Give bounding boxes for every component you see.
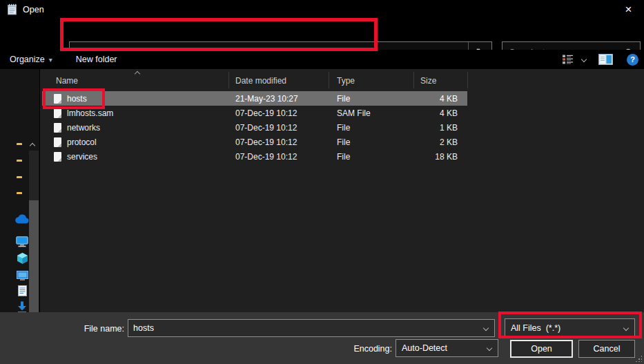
column-header-name[interactable]: Name xyxy=(56,76,78,86)
3d-objects-icon[interactable] xyxy=(17,253,28,264)
navigation-pane: ♪ xyxy=(0,69,39,312)
onedrive-icon[interactable] xyxy=(14,214,29,224)
organize-button[interactable]: Organize ▾ xyxy=(10,55,52,64)
column-divider[interactable] xyxy=(228,72,229,88)
column-headers: Name Date modified Type Size xyxy=(40,69,644,91)
file-row-services[interactable]: services 07-Dec-19 10:12 File 18 KB xyxy=(42,149,467,164)
view-mode-icon[interactable] xyxy=(563,55,574,64)
encoding-dropdown[interactable]: Auto-Detect xyxy=(396,339,498,357)
encoding-chevron-icon xyxy=(487,345,492,351)
desktop-icon[interactable] xyxy=(17,271,28,280)
file-type-chevron-icon xyxy=(623,325,629,330)
downloads-icon[interactable] xyxy=(17,301,27,313)
file-name-combobox xyxy=(128,319,495,337)
file-icon xyxy=(54,137,61,147)
command-toolbar: Organize ▾ New folder xyxy=(0,50,644,69)
notepad-icon xyxy=(7,3,17,15)
close-icon[interactable]: × xyxy=(613,0,644,19)
title-bar: Open × xyxy=(0,0,644,19)
preview-pane-icon[interactable] xyxy=(598,54,613,65)
column-divider[interactable] xyxy=(329,72,329,88)
column-divider[interactable] xyxy=(413,72,414,88)
file-row-lmhosts[interactable]: lmhosts.sam 07-Dec-19 10:12 SAM File 4 K… xyxy=(42,106,467,120)
column-header-date-modified[interactable]: Date modified xyxy=(235,76,286,86)
help-icon[interactable]: ? xyxy=(627,54,638,66)
new-folder-button[interactable]: New folder xyxy=(76,55,117,64)
file-list: Name Date modified Type Size hosts 21-Ma… xyxy=(39,69,644,312)
open-button[interactable]: Open xyxy=(510,340,573,358)
encoding-label: Encoding: xyxy=(331,344,392,354)
file-type-value: All Files (*.*) xyxy=(505,323,624,333)
dialog-footer: File name: All Files (*.*) Encoding: Aut… xyxy=(0,312,644,364)
file-row-networks[interactable]: networks 07-Dec-19 10:12 File 1 KB xyxy=(42,120,467,135)
view-mode-chevron-icon[interactable] xyxy=(581,57,587,62)
file-name-label: File name: xyxy=(69,324,124,334)
file-row-protocol[interactable]: protocol 07-Dec-19 10:12 File 2 KB xyxy=(42,135,467,149)
resize-grip[interactable] xyxy=(635,355,642,362)
file-icon xyxy=(54,108,61,118)
file-row-hosts[interactable]: hosts 21-May-23 10:27 File 4 KB xyxy=(42,91,467,106)
file-icon xyxy=(54,152,61,162)
file-icon xyxy=(54,123,61,133)
organize-caret-icon: ▾ xyxy=(49,56,52,64)
sidebar-scroll-up-icon[interactable] xyxy=(30,143,35,149)
cancel-button[interactable]: Cancel xyxy=(578,340,635,358)
file-name-chevron-icon[interactable] xyxy=(483,325,489,331)
column-header-size[interactable]: Size xyxy=(420,76,436,86)
file-icon xyxy=(54,94,61,104)
navigation-bar: ← → ↑ This PC Windows (C:) Windows Syste… xyxy=(0,19,644,50)
documents-icon[interactable] xyxy=(18,285,27,296)
file-name-input[interactable] xyxy=(128,323,484,333)
encoding-value: Auto-Detect xyxy=(396,343,487,353)
column-header-type[interactable]: Type xyxy=(337,76,355,86)
sort-ascending-icon xyxy=(135,71,140,77)
this-pc-icon[interactable] xyxy=(16,236,28,247)
open-dialog: Open × ← → ↑ This PC Windows (C:) Window… xyxy=(0,0,644,364)
window-title: Open xyxy=(23,5,44,15)
file-type-dropdown[interactable]: All Files (*.*) xyxy=(505,318,635,337)
column-divider[interactable] xyxy=(467,72,468,88)
